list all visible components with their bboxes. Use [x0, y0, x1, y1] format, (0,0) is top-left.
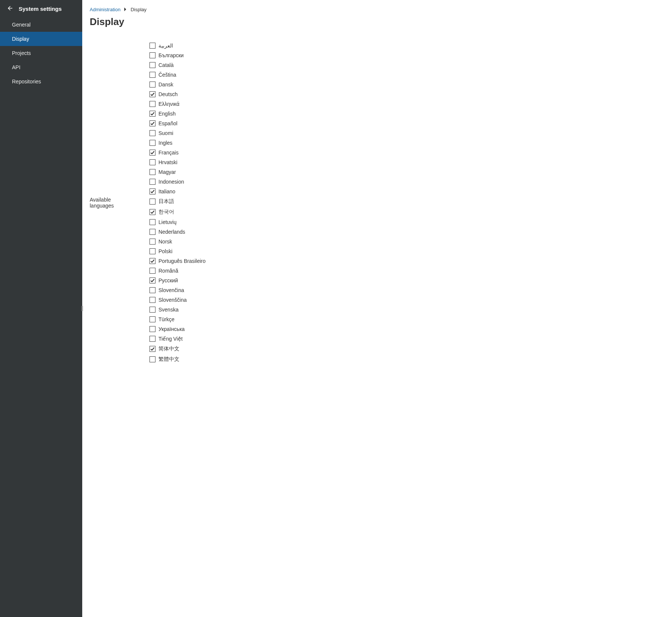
language-checkbox[interactable] — [149, 169, 155, 175]
language-item: Indonesion — [149, 179, 206, 185]
language-label[interactable]: Svenska — [158, 307, 179, 313]
sidebar-item-label: API — [12, 64, 21, 70]
language-item: 简体中文 — [149, 346, 206, 352]
language-checkbox[interactable] — [149, 239, 155, 245]
language-item: Polski — [149, 248, 206, 254]
sidebar-item-api[interactable]: API — [0, 60, 82, 74]
language-label[interactable]: 繁體中文 — [158, 356, 179, 363]
language-checkbox[interactable] — [149, 336, 155, 342]
sidebar-header: System settings — [0, 0, 82, 18]
language-item: English — [149, 111, 206, 117]
language-checkbox[interactable] — [149, 219, 155, 225]
language-item: Slovenščina — [149, 297, 206, 303]
language-label[interactable]: Slovenčina — [158, 287, 184, 293]
language-label[interactable]: Română — [158, 268, 178, 274]
language-label[interactable]: Deutsch — [158, 91, 178, 97]
sidebar-item-projects[interactable]: Projects — [0, 46, 82, 60]
language-label[interactable]: Indonesion — [158, 179, 184, 185]
language-checkbox[interactable] — [149, 297, 155, 303]
available-languages-label: Available languages — [90, 197, 135, 209]
language-label[interactable]: Українська — [158, 326, 185, 332]
language-checkbox[interactable] — [149, 140, 155, 146]
language-label[interactable]: Русский — [158, 277, 178, 283]
sidebar-resize-handle[interactable] — [81, 304, 84, 313]
language-label[interactable]: Türkçe — [158, 316, 175, 322]
language-checkbox[interactable] — [149, 130, 155, 136]
language-checkbox[interactable] — [149, 188, 155, 194]
language-item: Українська — [149, 326, 206, 332]
language-label[interactable]: العربية — [158, 43, 173, 49]
language-checkbox[interactable] — [149, 356, 155, 362]
language-checkbox[interactable] — [149, 120, 155, 126]
language-label[interactable]: Ελληνικά — [158, 101, 179, 107]
language-label[interactable]: English — [158, 111, 176, 117]
language-label[interactable]: Suomi — [158, 130, 173, 136]
sidebar-item-label: Projects — [12, 50, 31, 56]
language-checkbox[interactable] — [149, 316, 155, 322]
language-item: 日本語 — [149, 198, 206, 205]
sidebar-item-general[interactable]: General — [0, 18, 82, 32]
page-title: Display — [90, 16, 665, 28]
language-item: 繁體中文 — [149, 356, 206, 363]
sidebar-item-label: Repositories — [12, 79, 41, 85]
sidebar-item-repositories[interactable]: Repositories — [0, 74, 82, 89]
breadcrumb-root-link[interactable]: Administration — [90, 7, 120, 12]
language-item: Svenska — [149, 307, 206, 313]
language-label[interactable]: Čeština — [158, 72, 176, 78]
language-checkbox[interactable] — [149, 62, 155, 68]
language-checkbox[interactable] — [149, 258, 155, 264]
sidebar-item-display[interactable]: Display — [0, 32, 82, 46]
language-checkbox[interactable] — [149, 72, 155, 78]
language-checkbox[interactable] — [149, 287, 155, 293]
language-checkbox[interactable] — [149, 101, 155, 107]
language-label[interactable]: Lietuvių — [158, 219, 176, 225]
language-checkbox[interactable] — [149, 52, 155, 58]
language-label[interactable]: Magyar — [158, 169, 176, 175]
language-label[interactable]: Español — [158, 120, 178, 126]
language-item: Türkçe — [149, 316, 206, 322]
sidebar-item-label: General — [12, 22, 31, 28]
language-checkbox[interactable] — [149, 179, 155, 185]
language-label[interactable]: 日本語 — [158, 198, 174, 205]
language-item: Español — [149, 120, 206, 126]
language-checkbox[interactable] — [149, 307, 155, 313]
language-label[interactable]: Tiếng Việt — [158, 336, 183, 342]
language-checkbox[interactable] — [149, 150, 155, 156]
language-label[interactable]: Dansk — [158, 82, 173, 88]
language-checkbox[interactable] — [149, 82, 155, 88]
language-checkbox[interactable] — [149, 268, 155, 274]
language-item: Dansk — [149, 82, 206, 88]
language-label[interactable]: Norsk — [158, 239, 172, 245]
language-label[interactable]: Polski — [158, 248, 172, 254]
sidebar-item-label: Display — [12, 36, 29, 42]
language-item: Română — [149, 268, 206, 274]
language-checkbox[interactable] — [149, 91, 155, 97]
language-label[interactable]: Català — [158, 62, 173, 68]
available-languages-row: Available languages العربيةБългарскиCata… — [90, 43, 665, 363]
language-item: Čeština — [149, 72, 206, 78]
back-icon[interactable] — [7, 5, 13, 13]
language-checkbox[interactable] — [149, 248, 155, 254]
language-label[interactable]: Nederlands — [158, 229, 185, 235]
language-checkbox[interactable] — [149, 346, 155, 352]
language-checkbox[interactable] — [149, 277, 155, 283]
language-label[interactable]: Hrvatski — [158, 159, 178, 165]
language-label[interactable]: Italiano — [158, 188, 175, 194]
language-checkbox[interactable] — [149, 111, 155, 117]
language-checkbox[interactable] — [149, 43, 155, 49]
language-item: العربية — [149, 43, 206, 49]
language-label[interactable]: 한국어 — [158, 209, 174, 215]
language-label[interactable]: Български — [158, 52, 184, 58]
language-checkbox[interactable] — [149, 326, 155, 332]
language-label[interactable]: Français — [158, 150, 179, 156]
language-label[interactable]: Ingles — [158, 140, 172, 146]
language-label[interactable]: Português Brasileiro — [158, 258, 206, 264]
language-checkbox[interactable] — [149, 209, 155, 215]
language-checkbox[interactable] — [149, 159, 155, 165]
language-item: Português Brasileiro — [149, 258, 206, 264]
language-checkbox[interactable] — [149, 199, 155, 205]
language-item: Hrvatski — [149, 159, 206, 165]
language-checkbox[interactable] — [149, 229, 155, 235]
language-label[interactable]: 简体中文 — [158, 346, 179, 352]
language-label[interactable]: Slovenščina — [158, 297, 187, 303]
